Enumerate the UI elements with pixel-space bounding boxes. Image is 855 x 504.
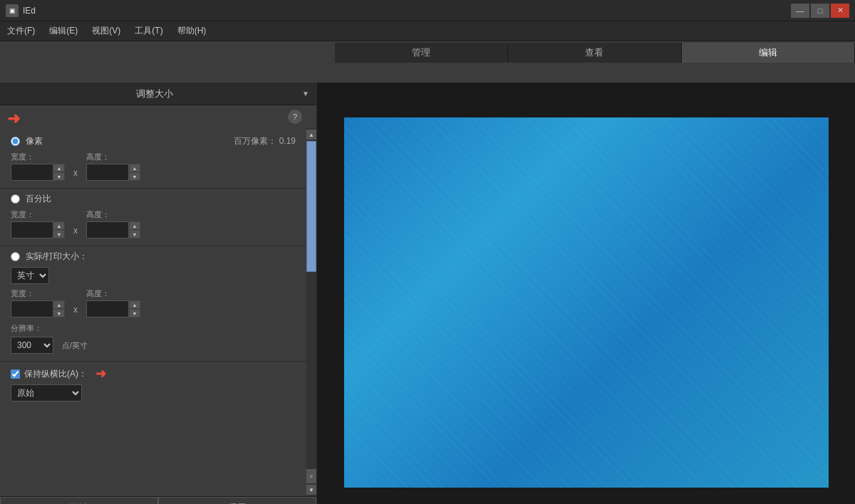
resolution-unit: 点/英寸 [62, 340, 88, 351]
pixels-width-up[interactable]: ▲ [53, 164, 65, 172]
percent-height-spinner: 109 ▲ ▼ [86, 221, 140, 238]
resolution-row: 分辨率： 300 点/英寸 [11, 323, 296, 354]
tab-edit[interactable]: 编辑 [682, 43, 855, 63]
print-radio[interactable] [11, 252, 20, 261]
menu-bar: 文件(F) 编辑(E) 视图(V) 工具(T) 帮助(H) [0, 21, 855, 41]
scrollbar[interactable]: ▲ ≡ ▼ [306, 128, 316, 496]
pixels-radio[interactable] [11, 137, 20, 146]
redo-button[interactable]: 重置 [158, 497, 316, 504]
print-unit-row: 英寸 [11, 267, 296, 284]
undo-button[interactable]: 撤消 [0, 497, 158, 504]
red-arrow-top: ➜ [7, 110, 20, 128]
panel-dropdown-arrow[interactable]: ▼ [302, 90, 309, 98]
tab-manage[interactable]: 管理 [335, 43, 508, 63]
scroll-mid-btn[interactable]: ≡ [306, 469, 316, 483]
title-bar-left: ▣ IEd [6, 4, 36, 17]
print-unit-select[interactable]: 英寸 [11, 267, 49, 284]
left-panel: 调整大小 ▼ ➜ ? 像素 百万像素： 0.19 [0, 83, 317, 504]
pixels-height-down[interactable]: ▼ [129, 172, 140, 181]
menu-view[interactable]: 视图(V) [85, 22, 128, 40]
btn-row-undo-redo: 撤消 重置 [0, 497, 316, 504]
pixels-height-group: 高度： 389 ▲ ▼ [86, 152, 140, 181]
percent-width-up[interactable]: ▲ [53, 221, 65, 230]
percent-radio[interactable] [11, 194, 20, 204]
panel-content: 像素 百万像素： 0.19 宽度： 500 ▲ [0, 128, 306, 496]
app-title: IEd [23, 6, 36, 16]
percent-radio-row: 百分比 [11, 193, 296, 205]
percent-x-sep: x [73, 226, 78, 238]
section-aspect: 保持纵横比(A)： ➜ 原始 [0, 362, 306, 409]
percent-fields: 宽度： 109 ▲ ▼ x 高度： [11, 209, 296, 238]
scroll-down-arrow[interactable]: ▼ [306, 485, 316, 495]
scroll-thumb-area[interactable] [306, 141, 316, 468]
print-width-input[interactable]: 1.67 [11, 300, 53, 317]
resolution-label: 分辨率： [11, 324, 42, 332]
help-button[interactable]: ? [288, 110, 302, 124]
scroll-thumb[interactable] [306, 141, 316, 272]
pixels-height-btns: ▲ ▼ [129, 164, 140, 181]
percent-label: 百分比 [26, 193, 51, 205]
percent-height-btns: ▲ ▼ [129, 221, 140, 238]
aspect-label: 保持纵横比(A)： [24, 368, 87, 380]
maximize-button[interactable]: □ [811, 4, 829, 18]
pixels-x-sep: x [73, 168, 78, 181]
menu-edit[interactable]: 编辑(E) [42, 22, 85, 40]
percent-height-down[interactable]: ▼ [129, 230, 140, 238]
scroll-up-arrow[interactable]: ▲ [306, 130, 316, 140]
print-width-up[interactable]: ▲ [53, 300, 65, 309]
percent-height-up[interactable]: ▲ [129, 221, 140, 230]
tab-bar: 管理 查看 编辑 [335, 43, 855, 63]
print-width-down[interactable]: ▼ [53, 309, 65, 317]
print-height-up[interactable]: ▲ [129, 300, 140, 309]
print-width-spinner: 1.67 ▲ ▼ [11, 300, 65, 317]
print-height-label: 高度： [86, 288, 140, 299]
main-layout: 调整大小 ▼ ➜ ? 像素 百万像素： 0.19 [0, 83, 855, 504]
panel-header: 调整大小 ▼ [0, 83, 316, 105]
aspect-checkbox-row: 保持纵横比(A)： ➜ [11, 366, 296, 382]
aspect-select[interactable]: 原始 [11, 384, 82, 401]
pixels-height-input[interactable]: 389 [86, 164, 129, 181]
pixels-height-up[interactable]: ▲ [129, 164, 140, 172]
section-print: 实际/打印大小： 英寸 宽度： 1.67 [0, 246, 306, 362]
scroll-wrapper: 像素 百万像素： 0.19 宽度： 500 ▲ [0, 128, 316, 496]
pixels-width-label: 宽度： [11, 152, 65, 162]
pixels-width-spinner: 500 ▲ ▼ [11, 164, 65, 181]
megapixel-label: 百万像素： 0.19 [234, 135, 296, 147]
print-height-down[interactable]: ▼ [129, 309, 140, 317]
pixels-radio-row: 像素 百万像素： 0.19 [11, 135, 296, 147]
percent-width-btns: ▲ ▼ [53, 221, 65, 238]
title-bar: ▣ IEd — □ ✕ [0, 0, 855, 21]
section-pixels: 像素 百万像素： 0.19 宽度： 500 ▲ [0, 131, 306, 189]
pixels-width-input[interactable]: 500 [11, 164, 53, 181]
panel-title: 调整大小 [7, 88, 302, 100]
print-height-input[interactable]: 1.30 [86, 300, 129, 317]
panel-bottom: 撤消 重置 完成 取消 [0, 496, 316, 504]
pixels-width-down[interactable]: ▼ [53, 172, 65, 181]
pixels-width-btns: ▲ ▼ [53, 164, 65, 181]
percent-height-group: 高度： 109 ▲ ▼ [86, 209, 140, 238]
resolution-select-field: 300 [11, 337, 53, 354]
percent-width-label: 宽度： [11, 209, 65, 220]
percent-width-input[interactable]: 109 [11, 221, 53, 238]
percent-width-spinner: 109 ▲ ▼ [11, 221, 65, 238]
resolution-select[interactable]: 300 [11, 337, 53, 354]
minimize-button[interactable]: — [791, 4, 809, 18]
menu-file[interactable]: 文件(F) [0, 22, 42, 40]
image-preview [344, 117, 829, 488]
percent-height-input[interactable]: 109 [86, 221, 129, 238]
tab-view[interactable]: 查看 [508, 43, 681, 63]
close-button[interactable]: ✕ [831, 4, 849, 18]
red-arrow-bottom: ➜ [95, 366, 106, 382]
print-height-btns: ▲ ▼ [129, 300, 140, 317]
percent-width-group: 宽度： 109 ▲ ▼ [11, 209, 65, 238]
aspect-checkbox[interactable] [11, 369, 20, 379]
right-panel: 显示上一个图像 － ＋ 100% ◀ ▶ [317, 83, 855, 504]
percent-width-down[interactable]: ▼ [53, 230, 65, 238]
print-radio-row: 实际/打印大小： [11, 251, 296, 263]
menu-help[interactable]: 帮助(H) [170, 22, 214, 40]
menu-tools[interactable]: 工具(T) [128, 22, 170, 40]
print-unit-select-field: 英寸 [11, 267, 296, 284]
print-width-btns: ▲ ▼ [53, 300, 65, 317]
app-icon: ▣ [6, 4, 19, 17]
print-height-spinner: 1.30 ▲ ▼ [86, 300, 140, 317]
